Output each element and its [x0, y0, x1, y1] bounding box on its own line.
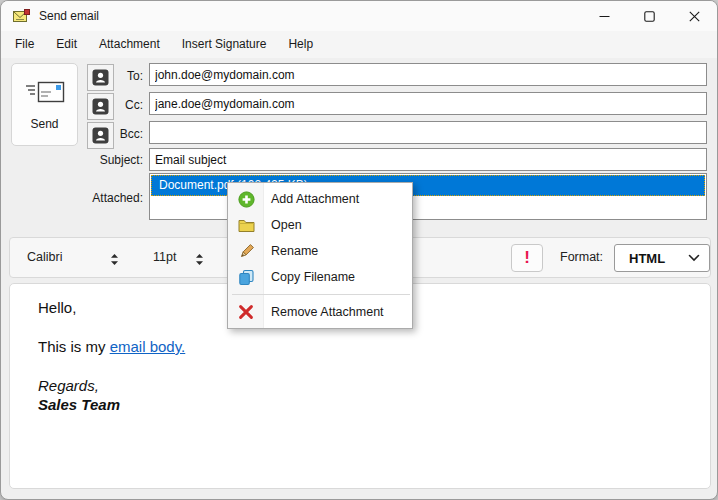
attachment-context-menu: Add Attachment Open: [227, 182, 413, 329]
body-signature: Sales Team: [38, 395, 682, 414]
menu-help[interactable]: Help: [277, 31, 324, 58]
menu-item-add-attachment[interactable]: Add Attachment: [228, 186, 412, 212]
attached-label: Attached:: [61, 191, 143, 205]
font-name-spinner-icon[interactable]: [110, 252, 119, 270]
subject-input[interactable]: [149, 148, 707, 171]
chevron-down-icon: [688, 254, 700, 262]
window-title: Send email: [39, 9, 99, 23]
menu-attachment[interactable]: Attachment: [88, 31, 171, 58]
subject-label: Subject:: [61, 153, 143, 167]
menu-insert-signature[interactable]: Insert Signature: [171, 31, 278, 58]
body-regards: Regards,: [38, 376, 682, 395]
add-attachment-icon: [228, 191, 264, 208]
menu-item-remove-attachment[interactable]: Remove Attachment: [228, 299, 412, 325]
maximize-icon: [644, 11, 655, 22]
menu-file[interactable]: File: [4, 31, 45, 58]
send-email-window: Send email File Edit Attachment Insert S…: [0, 0, 718, 500]
title-bar: Send email: [1, 1, 717, 31]
menu-edit[interactable]: Edit: [45, 31, 88, 58]
minimize-button[interactable]: [582, 1, 627, 31]
email-envelope-icon: [13, 9, 30, 23]
format-label: Format:: [560, 238, 603, 277]
send-envelope-icon: [24, 79, 66, 110]
close-button[interactable]: [672, 1, 717, 31]
exclamation-icon: !: [524, 248, 530, 268]
priority-button[interactable]: !: [511, 244, 543, 272]
close-icon: [689, 11, 700, 22]
bcc-input[interactable]: [149, 121, 707, 144]
menu-item-copy-filename[interactable]: Copy Filename: [228, 264, 412, 290]
font-size-selector[interactable]: 11pt: [153, 238, 176, 277]
cc-label: Cc:: [61, 98, 143, 112]
to-label: To:: [61, 69, 143, 83]
remove-x-icon: [228, 304, 264, 320]
email-body-link[interactable]: email body.: [110, 338, 186, 355]
send-button-label: Send: [30, 117, 58, 131]
context-menu-separator: [232, 294, 410, 295]
to-input[interactable]: [149, 63, 707, 86]
menu-item-rename[interactable]: Rename: [228, 238, 412, 264]
copy-icon: [228, 269, 264, 286]
maximize-button[interactable]: [627, 1, 672, 31]
menu-item-open[interactable]: Open: [228, 212, 412, 238]
menu-bar: File Edit Attachment Insert Signature He…: [1, 31, 717, 58]
body-text: This is my: [38, 338, 110, 355]
open-folder-icon: [228, 218, 264, 233]
cc-input[interactable]: [149, 92, 707, 115]
body-line: This is my email body.: [38, 337, 682, 356]
font-size-spinner-icon[interactable]: [195, 252, 204, 270]
rename-pencil-icon: [228, 243, 264, 260]
minimize-icon: [599, 11, 610, 22]
bcc-label: Bcc:: [61, 127, 143, 141]
font-name-selector[interactable]: Calibri: [27, 238, 62, 277]
format-dropdown-value: HTML: [629, 251, 688, 266]
format-dropdown[interactable]: HTML: [614, 244, 710, 272]
